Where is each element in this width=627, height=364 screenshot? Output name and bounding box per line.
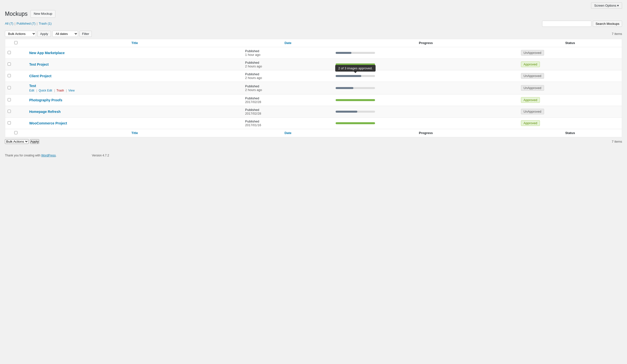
filter-button[interactable]: Filter — [79, 31, 92, 37]
select-all-footer — [5, 129, 27, 137]
row-title: Homepage Refresh — [29, 110, 240, 114]
apply-button-bottom[interactable]: Apply — [30, 139, 39, 144]
edit-link[interactable]: Edit — [29, 89, 34, 92]
row-title-link[interactable]: New App Marketplace — [29, 51, 65, 55]
row-progress — [333, 58, 518, 70]
row-date: Published 2017/02/28 — [243, 106, 333, 117]
quick-edit-action: Quick Edit — [39, 89, 52, 92]
date-sort-link-footer[interactable]: Date — [284, 131, 291, 135]
status-badge: Approved — [521, 97, 540, 103]
dates-filter-select[interactable]: All dates — [52, 31, 78, 37]
progress-bar — [336, 87, 375, 89]
row-status: UnApproved — [519, 106, 622, 117]
filter-all-link[interactable]: All (7) — [5, 22, 13, 25]
row-status: UnApproved — [519, 70, 622, 82]
row-date: Published 2 hours ago — [243, 70, 333, 82]
row-status: Approved — [519, 58, 622, 70]
col-title-footer: Title — [27, 129, 243, 137]
row-progress — [333, 82, 518, 94]
progress-bar-fill — [336, 99, 375, 101]
quick-edit-link[interactable]: Quick Edit — [39, 89, 52, 92]
bottom-tablenav: Bulk Actions Apply 7 items — [5, 139, 622, 144]
row-title-link[interactable]: Test Project — [29, 62, 49, 66]
row-progress — [333, 94, 518, 106]
progress-bar — [336, 75, 375, 77]
title-sort-link-footer[interactable]: Title — [131, 131, 138, 135]
row-date: Published 2017/01/16 — [243, 117, 333, 129]
row-title: WooCommerce Project — [29, 121, 240, 125]
row-checkbox[interactable] — [8, 74, 11, 77]
view-action: View — [68, 89, 75, 92]
progress-bar-fill — [336, 63, 375, 65]
top-tablenav: Bulk Actions Apply All dates Filter 7 it… — [5, 31, 622, 37]
screen-options-button[interactable]: Screen Options ▾ — [591, 2, 622, 9]
items-count-top: 7 items — [612, 32, 622, 36]
new-mockup-button[interactable]: New Mockup — [31, 10, 55, 18]
row-title-link[interactable]: Client Project — [29, 74, 52, 78]
page-title: Mockups — [5, 11, 28, 17]
progress-bar-fill — [336, 122, 375, 124]
progress-bar-wrap: 2 of 3 images approved. — [336, 75, 375, 77]
table-row: Test Edit | Quick Edit | Trash | View Pu… — [5, 82, 622, 94]
row-checkbox[interactable] — [8, 86, 11, 89]
table-row: Client Project Published 2 hours ago 2 o… — [5, 70, 622, 82]
row-checkbox[interactable] — [8, 121, 11, 125]
search-input[interactable] — [542, 21, 591, 27]
row-title: Test Project — [29, 62, 240, 66]
table-row: Photography Proofs Published 2017/02/28 … — [5, 94, 622, 106]
progress-bar-wrap — [336, 52, 375, 54]
row-progress — [333, 47, 518, 58]
row-checkbox[interactable] — [8, 98, 11, 101]
select-all-checkbox[interactable] — [14, 41, 17, 44]
footer: Thank you for creating with WordPress. V… — [5, 154, 622, 157]
progress-bar-wrap — [336, 111, 375, 113]
bulk-actions-select-bottom[interactable]: Bulk Actions — [5, 139, 29, 144]
status-badge: Approved — [521, 61, 540, 67]
progress-bar-wrap — [336, 87, 375, 89]
col-date-footer: Date — [243, 129, 333, 137]
title-sort-link[interactable]: Title — [131, 41, 138, 45]
select-all-checkbox-footer[interactable] — [14, 131, 17, 134]
progress-bar — [336, 52, 375, 54]
row-title-link[interactable]: Homepage Refresh — [29, 110, 61, 114]
apply-button-top[interactable]: Apply — [37, 31, 51, 37]
date-sort-link[interactable]: Date — [284, 41, 291, 45]
filter-published-link[interactable]: Published (7) — [16, 22, 35, 25]
row-status: UnApproved — [519, 82, 622, 94]
progress-bar-fill — [336, 111, 357, 113]
view-link[interactable]: View — [68, 89, 75, 92]
row-checkbox[interactable] — [8, 51, 11, 54]
select-all-header — [5, 39, 27, 47]
row-date: Published 1 hour ago — [243, 47, 333, 58]
edit-action: Edit — [29, 89, 34, 92]
status-badge: UnApproved — [521, 73, 544, 79]
row-actions: Edit | Quick Edit | Trash | View — [29, 89, 240, 92]
row-title-link[interactable]: Test — [29, 84, 36, 88]
table-row: Test Project Published 2 hours ago Appro… — [5, 58, 622, 70]
search-area: Search Mockups — [542, 21, 622, 27]
table-row: New App Marketplace Published 1 hour ago… — [5, 47, 622, 58]
progress-bar-fill — [336, 75, 361, 77]
table-row: WooCommerce Project Published 2017/01/16… — [5, 117, 622, 129]
progress-bar — [336, 63, 375, 65]
row-checkbox[interactable] — [8, 62, 11, 66]
filter-trash-link[interactable]: Trash (1) — [39, 22, 52, 25]
col-date-header: Date — [243, 39, 333, 47]
row-title-link[interactable]: Photography Proofs — [29, 98, 62, 102]
row-status: Approved — [519, 94, 622, 106]
status-badge: UnApproved — [521, 85, 544, 91]
row-title: New App Marketplace — [29, 51, 240, 55]
col-progress-header: Progress — [333, 39, 518, 47]
row-progress: 2 of 3 images approved. — [333, 70, 518, 82]
wp-link[interactable]: WordPress — [41, 154, 56, 157]
trash-link[interactable]: Trash — [56, 89, 64, 92]
row-title-link[interactable]: WooCommerce Project — [29, 121, 67, 125]
row-checkbox[interactable] — [8, 110, 11, 113]
bulk-actions-select-top[interactable]: Bulk Actions — [5, 31, 36, 37]
row-progress — [333, 106, 518, 117]
items-count-bottom: 7 items — [612, 140, 622, 143]
progress-bar-fill — [336, 87, 353, 89]
search-mockups-button[interactable]: Search Mockups — [593, 21, 622, 27]
progress-bar-fill — [336, 52, 351, 54]
row-title: Test — [29, 84, 240, 88]
